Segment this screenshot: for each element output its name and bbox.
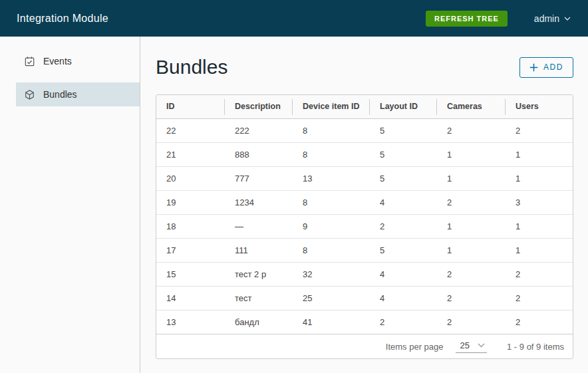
table-cell: 4 [370,190,437,214]
table-row[interactable]: 1912348423 [156,190,573,214]
table-cell: 111 [225,238,293,262]
table-cell: 13 [156,310,225,334]
table-cell: 2 [437,118,506,142]
items-per-page-select[interactable]: 25 [456,340,487,353]
sidebar-item-events[interactable]: Events [16,49,140,73]
table-row[interactable]: 2077713511 [156,166,573,190]
table-cell: 222 [225,118,293,142]
table-header-row: IDDescriptionDevice item IDLayout IDCame… [156,95,573,118]
table-cell: 41 [293,310,370,334]
table-cell: 2 [437,190,506,214]
table-cell: 8 [293,190,370,214]
event-calendar-check-icon [24,56,35,67]
user-menu[interactable]: admin [534,13,571,24]
refresh-tree-button[interactable]: REFRESH TREE [426,11,508,27]
table-cell: 32 [293,262,370,286]
table-cell: 2 [437,286,506,310]
column-header: Cameras [437,95,506,118]
column-header: Layout ID [370,95,437,118]
table-cell: 1 [437,166,506,190]
datagrid-footer: Items per page 25 1 - 9 of 9 items [156,334,573,358]
column-header: Device item ID [293,95,370,118]
column-header: Users [506,95,573,118]
table-cell: — [225,214,293,238]
table-row[interactable]: 18—9211 [156,214,573,238]
chevron-down-icon [564,17,571,21]
table-cell: 1 [506,166,573,190]
table-cell: 8 [293,238,370,262]
table-cell: 2 [437,262,506,286]
app-header: Integration Module REFRESH TREE admin [0,0,588,37]
table-cell: 13 [293,166,370,190]
table-cell: 22 [156,118,225,142]
table-cell: 25 [293,286,370,310]
table-cell: 2 [506,286,573,310]
table-cell: 5 [370,166,437,190]
table-cell: 14 [156,286,225,310]
table-cell: 8 [293,118,370,142]
table-cell: 2 [506,310,573,334]
plus-icon [529,63,538,72]
table-body: 2222285222188885112077713511191234842318… [156,118,573,334]
table-row[interactable]: 222228522 [156,118,573,142]
column-header: ID [156,95,225,118]
table-cell: 888 [225,142,293,166]
table-row[interactable]: 14тест25422 [156,286,573,310]
chevron-down-icon [478,343,485,348]
main-content: Bundles ADD IDDescriptionDevice item IDL… [140,37,588,373]
bundles-table: IDDescriptionDevice item IDLayout IDCame… [156,95,573,334]
column-header: Description [225,95,293,118]
table-cell: 15 [156,262,225,286]
table-cell: бандл [225,310,293,334]
table-cell: 19 [156,190,225,214]
table-cell: 2 [437,310,506,334]
table-cell: 777 [225,166,293,190]
table-cell: 8 [293,142,370,166]
table-cell: 9 [293,214,370,238]
table-cell: 3 [506,190,573,214]
table-row[interactable]: 13бандл41222 [156,310,573,334]
table-row[interactable]: 15тест 2 р32422 [156,262,573,286]
page-header: Bundles ADD [156,54,573,80]
table-cell: 1234 [225,190,293,214]
app-title: Integration Module [0,13,108,25]
table-cell: 4 [370,286,437,310]
table-cell: 2 [506,118,573,142]
table-cell: 17 [156,238,225,262]
table-cell: 5 [370,142,437,166]
user-menu-label: admin [534,13,559,24]
table-cell: 1 [437,214,506,238]
table-cell: 1 [506,142,573,166]
table-cell: 4 [370,262,437,286]
sidebar: Events Bundles [0,37,140,373]
table-cell: тест 2 р [225,262,293,286]
table-row[interactable]: 218888511 [156,142,573,166]
table-cell: 18 [156,214,225,238]
table-cell: 1 [437,238,506,262]
items-per-page-label: Items per page [386,342,444,352]
sidebar-item-label: Bundles [43,89,77,100]
table-cell: 1 [506,238,573,262]
table-cell: 5 [370,238,437,262]
pagination-range: 1 - 9 of 9 items [507,342,564,352]
table-cell: 2 [370,214,437,238]
table-cell: 2 [506,262,573,286]
table-row[interactable]: 171118511 [156,238,573,262]
table-cell: 21 [156,142,225,166]
table-cell: 1 [506,214,573,238]
sidebar-item-bundles[interactable]: Bundles [16,82,140,106]
bundles-datagrid: IDDescriptionDevice item IDLayout IDCame… [156,94,573,359]
page-title: Bundles [156,56,227,78]
items-per-page-value: 25 [460,340,470,350]
bundle-cube-icon [24,89,35,100]
table-cell: 5 [370,118,437,142]
sidebar-item-label: Events [43,56,72,66]
table-cell: 20 [156,166,225,190]
add-button[interactable]: ADD [519,57,573,78]
table-cell: 2 [370,310,437,334]
table-cell: 1 [437,142,506,166]
add-button-label: ADD [543,62,563,72]
table-cell: тест [225,286,293,310]
